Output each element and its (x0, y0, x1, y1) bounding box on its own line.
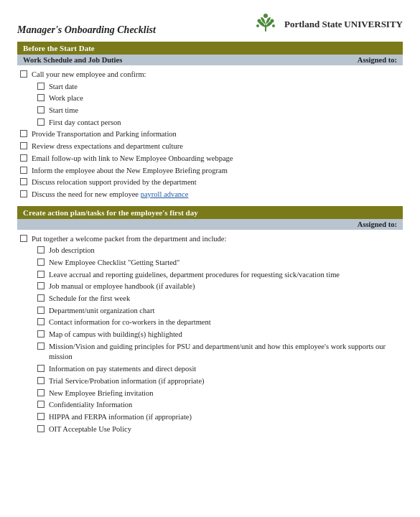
checkbox[interactable] (37, 271, 45, 278)
item-text: New Employee Briefing invitation (49, 388, 403, 399)
checkbox[interactable] (20, 178, 27, 185)
item-text: Map of campus with building(s) highlight… (49, 330, 403, 340)
checkbox[interactable] (37, 425, 45, 432)
before-start-checklist: Call your new employee and confirm: Star… (17, 68, 403, 203)
checkbox[interactable] (37, 413, 45, 420)
list-item: Discuss relocation support provided by t… (17, 177, 403, 188)
checkbox[interactable] (37, 282, 45, 289)
checkbox[interactable] (20, 130, 27, 137)
psu-logo-icon (253, 11, 279, 37)
svg-point-5 (272, 24, 275, 27)
item-text: Information on pay statements and direct… (49, 364, 403, 375)
checkbox[interactable] (20, 142, 27, 149)
list-item: Job manual or employee handbook (if avai… (17, 281, 403, 292)
list-item: HIPPA and FERPA information (if appropri… (17, 412, 403, 423)
checkbox[interactable] (37, 389, 45, 396)
checkbox[interactable] (37, 330, 45, 337)
checkbox[interactable] (37, 94, 45, 101)
list-item: Mission/Vision and guiding principles fo… (17, 342, 403, 363)
checkbox[interactable] (37, 294, 45, 302)
item-text: Job manual or employee handbook (if avai… (49, 281, 403, 292)
item-text: Job description (49, 246, 403, 256)
logo-name: Portland State (284, 19, 342, 29)
item-text: Leave accrual and reporting guidelines, … (49, 270, 403, 281)
item-text: Mission/Vision and guiding principles fo… (49, 342, 403, 363)
page-header: Manager's Onboarding Checklist (17, 11, 403, 37)
item-text: Start date (49, 82, 403, 93)
checkbox[interactable] (37, 118, 45, 126)
checkbox[interactable] (37, 246, 45, 253)
checkbox[interactable] (37, 401, 45, 408)
list-item: Email follow-up with link to New Employe… (17, 154, 403, 164)
checkbox[interactable] (37, 318, 45, 325)
item-text: Discuss the need for new employee payrol… (32, 190, 403, 200)
column-header-1: Work Schedule and Job Duties Assigned to… (17, 55, 403, 65)
list-item: Leave accrual and reporting guidelines, … (17, 270, 403, 281)
col-left-1: Work Schedule and Job Duties (23, 56, 122, 64)
checkbox[interactable] (37, 365, 45, 372)
item-text: Department/unit organization chart (49, 306, 403, 317)
logo-area: Portland State UNIVERSITY (253, 11, 403, 37)
checkbox[interactable] (37, 307, 45, 314)
item-text: Review dress expectations and department… (32, 141, 403, 152)
list-item: Review dress expectations and department… (17, 141, 403, 152)
col-right-2: Assigned to: (358, 220, 397, 228)
checkbox[interactable] (37, 83, 45, 90)
list-item: Schedule for the first week (17, 294, 403, 304)
logo-subtitle: UNIVERSITY (344, 19, 403, 29)
item-text: Contact information for co-workers in th… (49, 317, 403, 328)
list-item: Map of campus with building(s) highlight… (17, 330, 403, 340)
item-text: Put together a welcome packet from the d… (32, 234, 403, 245)
section-action-plan-header: Create action plan/tasks for the employe… (17, 206, 403, 219)
list-item: New Employee Checklist "Getting Started" (17, 258, 403, 269)
svg-point-3 (271, 19, 274, 23)
checkbox[interactable] (20, 235, 27, 242)
payroll-advance-link[interactable]: payroll advance (141, 190, 189, 198)
list-item: New Employee Briefing invitation (17, 388, 403, 399)
action-plan-checklist: Put together a welcome packet from the d… (17, 233, 403, 438)
item-text: HIPPA and FERPA information (if appropri… (49, 412, 403, 423)
item-text: Provide Transportation and Parking infor… (32, 129, 403, 140)
list-item: OIT Acceptable Use Policy (17, 424, 403, 435)
list-item: Information on pay statements and direct… (17, 364, 403, 375)
checkbox[interactable] (20, 70, 27, 78)
list-item: Put together a welcome packet from the d… (17, 234, 403, 245)
checkbox[interactable] (37, 258, 45, 266)
checkbox[interactable] (37, 343, 45, 350)
svg-point-4 (256, 24, 259, 27)
list-item: Start date (17, 82, 403, 93)
item-text: Discuss relocation support provided by t… (32, 177, 403, 188)
item-text: Confidentiality Information (49, 400, 403, 411)
svg-point-1 (263, 14, 268, 18)
column-header-2: Assigned to: (17, 219, 403, 230)
list-item: Job description (17, 246, 403, 256)
list-item: Confidentiality Information (17, 400, 403, 411)
list-item: Provide Transportation and Parking infor… (17, 129, 403, 140)
item-text: Schedule for the first week (49, 294, 403, 304)
item-text: Work place (49, 93, 403, 104)
list-item: Work place (17, 93, 403, 104)
list-item: Inform the employee about the New Employ… (17, 166, 403, 177)
checkbox[interactable] (20, 154, 27, 162)
item-text: Inform the employee about the New Employ… (32, 166, 403, 177)
list-item: First day contact person (17, 118, 403, 129)
item-text: First day contact person (49, 118, 403, 129)
item-text: Start time (49, 106, 403, 116)
item-text: Email follow-up with link to New Employe… (32, 154, 403, 164)
list-item: Discuss the need for new employee payrol… (17, 190, 403, 200)
list-item: Trial Service/Probation information (if … (17, 376, 403, 387)
page: Manager's Onboarding Checklist (0, 0, 420, 517)
list-item: Call your new employee and confirm: (17, 70, 403, 80)
checkbox[interactable] (37, 377, 45, 384)
item-text: OIT Acceptable Use Policy (49, 424, 403, 435)
item-text: New Employee Checklist "Getting Started" (49, 258, 403, 269)
checkbox[interactable] (20, 190, 27, 197)
checkbox[interactable] (20, 167, 27, 174)
page-title: Manager's Onboarding Checklist (17, 11, 156, 36)
col-right-1: Assigned to: (358, 56, 397, 64)
checkbox[interactable] (37, 106, 45, 113)
list-item: Start time (17, 106, 403, 116)
svg-point-2 (258, 19, 261, 23)
item-text: Call your new employee and confirm: (32, 70, 403, 80)
svg-rect-0 (265, 24, 266, 32)
